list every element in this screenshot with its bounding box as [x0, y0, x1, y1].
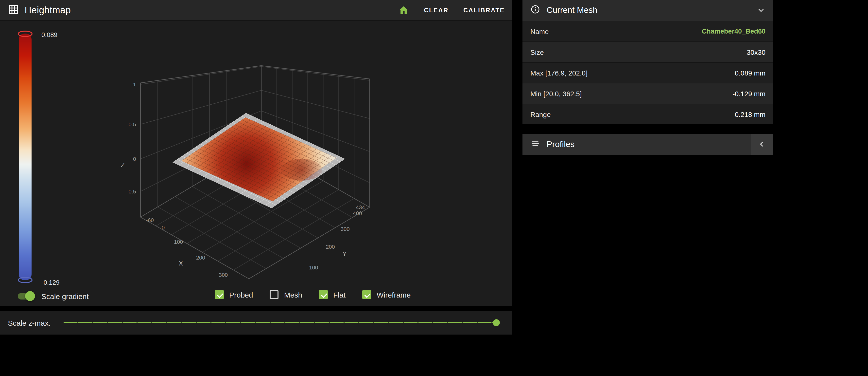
- x-axis-label: X: [179, 260, 183, 267]
- table-row-max: Max [176.9, 202.0] 0.089 mm: [523, 62, 773, 83]
- toggle-thumb: [25, 291, 35, 301]
- checkbox-flat-label: Flat: [333, 290, 345, 299]
- table-row-range: Range 0.218 mm: [523, 104, 773, 124]
- scale-zmax-bar: Scale z-max.: [0, 311, 512, 335]
- row-label: Size: [530, 48, 544, 56]
- current-mesh-table: Name Chameber40_Bed60 Size 30x30 Max [17…: [523, 21, 773, 124]
- heightmap-colorbar: [18, 31, 33, 283]
- y-tick: 400: [353, 210, 362, 216]
- current-mesh-header[interactable]: Current Mesh: [523, 0, 773, 21]
- table-row-min: Min [20.0, 362.5] -0.129 mm: [523, 83, 773, 104]
- colorbar-max-handle[interactable]: [18, 31, 33, 37]
- colorbar-gradient: [19, 34, 32, 280]
- slider-track[interactable]: [63, 322, 498, 323]
- checkbox-mesh-label: Mesh: [284, 290, 302, 299]
- x-tick: 200: [196, 255, 205, 261]
- heightmap-toolbar: Heightmap CLEAR CALIBRATE: [0, 0, 512, 21]
- z-tick: 0: [133, 156, 136, 162]
- scale-zmax-label: Scale z-max.: [8, 319, 51, 327]
- row-value: 0.089 mm: [735, 69, 766, 77]
- heightmap-chart-card: 1 0.5 0 -0.5 Z -60 0 100 200 300 X 100 2…: [0, 21, 512, 306]
- table-row-size: Size 30x30: [523, 41, 773, 62]
- heightmap-grid-icon: [8, 4, 19, 17]
- home-button[interactable]: [398, 5, 409, 16]
- profiles-collapse-button[interactable]: [751, 134, 773, 155]
- clear-button[interactable]: CLEAR: [424, 7, 448, 13]
- x-tick: 100: [174, 239, 183, 245]
- checkbox-probed-label: Probed: [229, 290, 253, 299]
- info-icon: [530, 4, 540, 16]
- current-mesh-title: Current Mesh: [547, 5, 597, 15]
- scale-gradient-label: Scale gradient: [41, 292, 89, 300]
- current-mesh-card: Current Mesh Name Chameber40_Bed60 Size …: [523, 0, 773, 124]
- checkbox-mesh[interactable]: Mesh: [270, 290, 302, 299]
- y-tick: 100: [309, 264, 318, 271]
- plot-geometry: [141, 66, 370, 279]
- checkbox-flat-box[interactable]: [319, 290, 328, 299]
- y-axis-label: Y: [342, 250, 346, 258]
- checkbox-wireframe-box[interactable]: [362, 290, 371, 299]
- toggle-switch[interactable]: [17, 291, 35, 301]
- profiles-title: Profiles: [547, 140, 575, 149]
- scale-zmax-slider[interactable]: [63, 319, 500, 326]
- profiles-panel[interactable]: Profiles: [523, 134, 773, 155]
- checkbox-probed-box[interactable]: [215, 290, 224, 299]
- chevron-down-icon[interactable]: [756, 6, 766, 15]
- checkbox-probed[interactable]: Probed: [215, 290, 253, 299]
- row-value: 0.218 mm: [735, 110, 766, 118]
- row-value: -0.129 mm: [733, 90, 766, 97]
- row-label: Name: [530, 27, 549, 35]
- row-label: Range: [530, 110, 551, 118]
- chevron-left-icon: [757, 139, 767, 150]
- calibrate-button[interactable]: CALIBRATE: [463, 7, 505, 13]
- table-row-name: Name Chameber40_Bed60: [523, 21, 773, 41]
- page-title: Heightmap: [25, 5, 71, 16]
- x-tick: 300: [219, 272, 228, 278]
- heightmap-3d-plot[interactable]: 1 0.5 0 -0.5 Z -60 0 100 200 300 X 100 2…: [0, 21, 512, 306]
- z-axis-label: Z: [121, 161, 125, 169]
- z-tick: 0.5: [128, 121, 136, 127]
- toolbar-title-group: Heightmap: [8, 4, 71, 17]
- checkbox-wireframe[interactable]: Wireframe: [362, 290, 411, 299]
- x-origin-tick: -60: [146, 217, 154, 223]
- colorbar-min-handle[interactable]: [18, 277, 33, 283]
- profiles-icon: [530, 139, 540, 150]
- row-label: Max [176.9, 202.0]: [530, 69, 588, 77]
- x-tick: 0: [162, 225, 165, 231]
- checkbox-wireframe-label: Wireframe: [377, 290, 411, 299]
- app-root: Heightmap CLEAR CALIBRATE: [0, 0, 868, 376]
- checkbox-flat[interactable]: Flat: [319, 290, 345, 299]
- y-tick: 300: [341, 226, 350, 232]
- row-value: Chameber40_Bed60: [702, 28, 766, 35]
- row-label: Min [20.0, 362.5]: [530, 90, 582, 97]
- row-value: 30x30: [747, 48, 766, 56]
- z-tick: 1: [133, 81, 136, 88]
- y-tick: 200: [326, 244, 335, 250]
- y-tick: 434: [356, 204, 365, 210]
- toolbar-actions: CLEAR CALIBRATE: [398, 5, 505, 16]
- colorbar-max-label: 0.089: [41, 31, 57, 38]
- display-mode-checkboxes: Probed Mesh Flat Wireframe: [215, 290, 411, 299]
- checkbox-mesh-box[interactable]: [270, 290, 279, 299]
- scale-gradient-toggle[interactable]: Scale gradient: [17, 291, 89, 301]
- colorbar-min-label: -0.129: [41, 279, 60, 286]
- slider-thumb[interactable]: [493, 319, 500, 326]
- z-tick: -0.5: [127, 189, 136, 195]
